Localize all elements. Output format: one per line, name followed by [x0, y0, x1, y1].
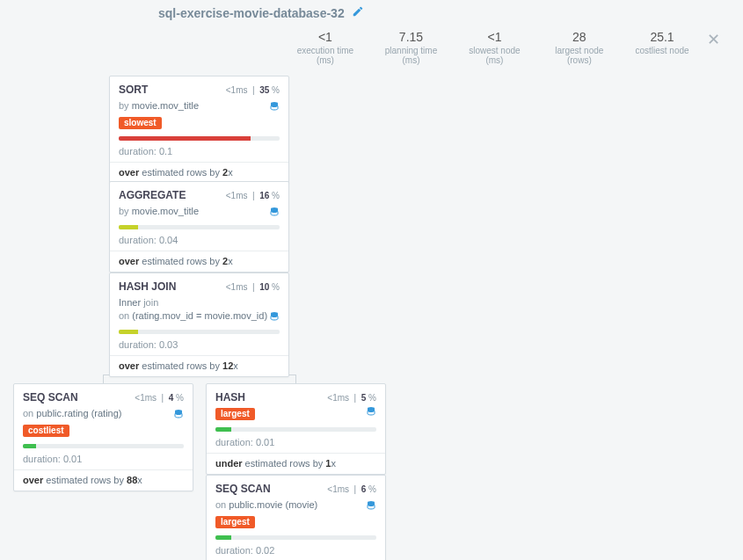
divider	[14, 469, 193, 470]
stat-execution-time: <1 execution time (ms)	[281, 30, 369, 65]
node-metrics: <1ms | 6 %	[327, 484, 376, 494]
close-icon[interactable]: ✕	[702, 30, 725, 49]
database-icon[interactable]	[269, 100, 280, 114]
stat-label: planning time (ms)	[380, 46, 442, 65]
stat-largest-node: 28 largest node (rows)	[536, 30, 623, 65]
node-header: SEQ SCAN <1ms | 6 %	[215, 483, 376, 495]
stat-label: largest node (rows)	[547, 46, 612, 65]
node-operation: SORT	[119, 84, 148, 96]
node-operation: SEQ SCAN	[215, 483, 271, 495]
node-metrics: <1ms | 16 %	[226, 191, 280, 200]
node-estimate: over estimated rows by 88x	[23, 475, 184, 485]
stat-costliest-node: 25.1 costliest node	[623, 30, 702, 55]
plan-node-hash-join[interactable]: HASH JOIN <1ms | 10 % Inner join on (rat…	[109, 273, 289, 377]
node-metrics: <1ms | 10 %	[226, 282, 280, 292]
node-header: HASH JOIN <1ms | 10 %	[119, 280, 280, 293]
divider	[110, 355, 288, 356]
node-duration: duration: 0.02	[215, 545, 376, 556]
database-icon[interactable]	[366, 499, 376, 513]
edit-title-icon[interactable]	[352, 5, 364, 20]
database-icon[interactable]	[366, 405, 376, 419]
node-header: HASH <1ms | 5 %	[215, 391, 376, 404]
stat-slowest-node: <1 slowest node (ms)	[453, 30, 535, 65]
node-detail: on public.movie (movie)	[215, 498, 376, 512]
plan-node-aggregate[interactable]: AGGREGATE <1ms | 16 % by movie.mov_title…	[109, 181, 289, 273]
stats-row: <1 execution time (ms) 7.15 planning tim…	[281, 30, 725, 65]
node-operation: SEQ SCAN	[23, 391, 78, 404]
stat-label: execution time (ms)	[292, 46, 359, 65]
node-metrics: <1ms | 4 %	[135, 393, 184, 403]
stat-value: 25.1	[633, 30, 691, 44]
node-bar	[23, 444, 184, 448]
node-header: SEQ SCAN <1ms | 4 %	[23, 391, 184, 404]
plan-node-seq-scan-movie[interactable]: SEQ SCAN <1ms | 6 % on public.movie (mov…	[206, 475, 386, 560]
node-detail: Inner join on (rating.mov_id = movie.mov…	[119, 296, 280, 323]
node-estimate: over estimated rows by 2x	[119, 167, 280, 178]
node-duration: duration: 0.1	[119, 146, 280, 156]
node-tag-largest: largest	[215, 408, 255, 420]
node-tag-slowest: slowest	[119, 117, 162, 129]
page-title-bar: sql-exercise-movie-database-32	[158, 5, 364, 20]
database-icon[interactable]	[269, 206, 280, 220]
node-tag-costliest: costliest	[23, 425, 69, 437]
stat-value: 7.15	[380, 30, 442, 44]
database-icon[interactable]	[269, 310, 280, 324]
tree-connector	[103, 375, 104, 383]
node-operation: AGGREGATE	[119, 189, 186, 201]
node-duration: duration: 0.04	[119, 235, 280, 245]
stat-value: 28	[547, 30, 612, 44]
node-tag-largest: largest	[215, 516, 255, 528]
node-duration: duration: 0.01	[215, 437, 376, 447]
plan-node-hash[interactable]: HASH <1ms | 5 % largest duration: 0.01 u…	[206, 383, 386, 475]
node-bar	[215, 427, 376, 432]
node-bar	[119, 330, 280, 334]
node-header: SORT <1ms | 35 %	[119, 84, 280, 96]
node-operation: HASH	[215, 391, 245, 404]
divider	[110, 251, 288, 251]
divider	[207, 453, 385, 454]
node-operation: HASH JOIN	[119, 280, 176, 293]
plan-title: sql-exercise-movie-database-32	[158, 6, 345, 20]
stat-value: <1	[292, 30, 359, 44]
node-detail: by movie.mov_title	[119, 99, 280, 113]
node-header: AGGREGATE <1ms | 16 %	[119, 189, 280, 201]
stat-value: <1	[463, 30, 525, 44]
node-metrics: <1ms | 5 %	[327, 393, 376, 403]
node-bar	[119, 225, 280, 229]
stat-label: costliest node	[633, 46, 691, 55]
node-estimate: over estimated rows by 2x	[119, 256, 280, 266]
plan-node-seq-scan-rating[interactable]: SEQ SCAN <1ms | 4 % on public.rating (ra…	[13, 383, 193, 491]
divider	[110, 162, 288, 163]
node-estimate: over estimated rows by 12x	[119, 360, 280, 371]
tree-connector	[295, 375, 296, 383]
node-detail: by movie.mov_title	[119, 205, 280, 218]
stat-label: slowest node (ms)	[463, 46, 525, 65]
node-detail: on public.rating (rating)	[23, 407, 184, 420]
node-duration: duration: 0.01	[23, 454, 184, 464]
plan-node-sort[interactable]: SORT <1ms | 35 % by movie.mov_title slow…	[109, 76, 289, 184]
node-duration: duration: 0.03	[119, 339, 280, 350]
database-icon[interactable]	[173, 408, 184, 422]
node-estimate: under estimated rows by 1x	[215, 458, 376, 469]
node-bar	[119, 136, 280, 141]
stat-planning-time: 7.15 planning time (ms)	[369, 30, 453, 65]
node-metrics: <1ms | 35 %	[226, 85, 280, 95]
node-bar	[215, 535, 376, 540]
